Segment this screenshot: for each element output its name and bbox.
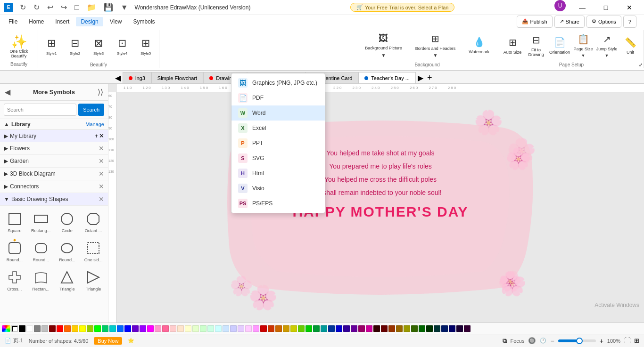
garden-close-btn[interactable]: ✕	[99, 157, 104, 165]
tabs-forward-btn[interactable]: ▶	[416, 72, 425, 83]
shape-one-side[interactable]: One sid...	[82, 238, 105, 264]
menu-symbols[interactable]: Symbols	[129, 17, 160, 26]
color-swatch[interactable]	[396, 325, 403, 332]
color-swatch[interactable]	[419, 325, 425, 332]
flowers-close-btn[interactable]: ✕	[99, 145, 104, 152]
color-swatch[interactable]	[336, 325, 342, 332]
color-swatch[interactable]	[283, 325, 289, 332]
undo-btn[interactable]: ↩	[44, 2, 56, 13]
color-swatch[interactable]	[87, 325, 93, 332]
color-swatch[interactable]	[223, 325, 229, 332]
zoom-in-btn[interactable]: +	[600, 337, 603, 345]
color-swatch[interactable]	[49, 325, 56, 332]
tab-5[interactable]: Teacher's Day ...	[358, 72, 416, 83]
sidebar-group-3d[interactable]: ▶ 3D Block Diagram ✕	[0, 168, 108, 180]
color-swatch[interactable]	[109, 325, 116, 332]
minimize-btn[interactable]: —	[571, 0, 593, 15]
page-size-btn[interactable]: 📋 Page Size ▼	[572, 32, 594, 60]
shape-square[interactable]: Square	[3, 209, 26, 235]
canvas-area[interactable]: 110 120 130 140 150 160 170 180 190 200 …	[108, 84, 644, 323]
color-swatch[interactable]	[245, 325, 252, 332]
color-swatch[interactable]	[366, 325, 372, 332]
page-setup-expand[interactable]: ⤢	[639, 62, 643, 67]
color-swatch[interactable]	[26, 325, 33, 332]
color-swatch[interactable]	[290, 325, 297, 332]
my-library-add-btn[interactable]: +	[94, 132, 98, 139]
layers-btn[interactable]: ⧉	[503, 337, 507, 345]
zoom-slider[interactable]	[558, 339, 596, 342]
color-swatch[interactable]	[321, 325, 327, 332]
color-swatch[interactable]	[381, 325, 388, 332]
fullscreen-btn[interactable]: ⛶	[624, 337, 630, 344]
color-swatch[interactable]	[19, 325, 25, 332]
beautify-tool-1[interactable]: ⊞ Style1	[40, 32, 63, 61]
color-fg[interactable]	[11, 325, 18, 332]
export-html[interactable]: H Html	[231, 166, 325, 181]
manage-link[interactable]: Manage	[85, 121, 104, 127]
color-swatch[interactable]	[404, 325, 410, 332]
user-avatar[interactable]: U	[554, 0, 566, 11]
shape-round-rect-2[interactable]: Round...	[29, 238, 53, 264]
back-btn[interactable]: ↻	[17, 2, 29, 13]
share-btn[interactable]: ↗ Share	[554, 16, 585, 28]
color-swatch[interactable]	[305, 325, 312, 332]
color-swatch[interactable]	[207, 325, 214, 332]
color-swatch[interactable]	[170, 325, 176, 332]
sidebar-group-garden[interactable]: ▶ Garden ✕	[0, 155, 108, 168]
unit-btn[interactable]: 📏 Unit	[619, 32, 642, 60]
new-btn[interactable]: □	[72, 2, 82, 13]
tab-add-btn[interactable]: +	[425, 72, 434, 83]
beautify-tool-3[interactable]: ⊠ Style3	[87, 32, 110, 61]
beautify-tool-4[interactable]: ⊡ Style4	[111, 32, 133, 61]
color-swatch[interactable]	[238, 325, 244, 332]
color-swatch[interactable]	[351, 325, 357, 332]
color-swatch[interactable]	[358, 325, 365, 332]
color-swatch[interactable]	[64, 325, 71, 332]
color-swatch[interactable]	[132, 325, 139, 332]
color-swatch[interactable]	[140, 325, 146, 332]
shape-round-rect-1[interactable]: ◆ Round...	[3, 238, 26, 264]
color-swatch[interactable]	[426, 325, 433, 332]
color-swatch[interactable]	[102, 325, 108, 332]
color-swatch[interactable]	[456, 325, 463, 332]
color-swatch[interactable]	[147, 325, 154, 332]
zoom-out-btn[interactable]: −	[550, 337, 554, 345]
color-swatch[interactable]	[200, 325, 206, 332]
export-word[interactable]: W Word	[231, 105, 325, 121]
beautify-tool-5[interactable]: ⊞ Style5	[134, 32, 157, 61]
shape-rectan[interactable]: Rectan...	[29, 267, 53, 293]
shape-cross[interactable]: Cross...	[3, 267, 26, 293]
close-btn[interactable]: ✕	[619, 0, 640, 15]
color-swatch[interactable]	[72, 325, 78, 332]
open-btn[interactable]: 📁	[84, 2, 99, 13]
color-swatch[interactable]	[373, 325, 380, 332]
sidebar-back-btn[interactable]: ◀	[4, 87, 11, 97]
color-swatch[interactable]	[34, 325, 41, 332]
color-swatch[interactable]	[275, 325, 282, 332]
search-btn[interactable]: Search	[78, 104, 104, 116]
maximize-btn[interactable]: □	[595, 0, 617, 15]
one-click-beautify-btn[interactable]: ✨ One Click Beautify	[4, 32, 34, 61]
trial-badge[interactable]: 🛒 Your Free Trial is over. Select a Plan	[350, 3, 455, 12]
menu-file[interactable]: File	[4, 17, 22, 26]
sidebar-group-flowers[interactable]: ▶ Flowers ✕	[0, 142, 108, 155]
export-eps[interactable]: PS PS/EPS	[231, 196, 325, 211]
export-ppt[interactable]: P PPT	[231, 136, 325, 151]
color-swatch[interactable]	[449, 325, 455, 332]
export-svg[interactable]: S SVG	[231, 151, 325, 166]
tab-0[interactable]: ing3	[123, 72, 151, 83]
my-library-close-btn[interactable]: ✕	[99, 132, 104, 139]
orientation-btn[interactable]: 📄 Orientation	[548, 32, 571, 60]
export-visio[interactable]: V Visio	[231, 181, 325, 196]
borders-headers-btn[interactable]: ⊞ Borders and Headers ▼	[410, 31, 462, 60]
shape-rect[interactable]: Rectang...	[29, 209, 53, 235]
color-swatch[interactable]	[268, 325, 274, 332]
forward-btn[interactable]: ↻	[31, 2, 42, 13]
menu-insert[interactable]: Insert	[50, 17, 74, 26]
basic-shapes-close-btn[interactable]: ✕	[99, 195, 104, 203]
3d-close-btn[interactable]: ✕	[99, 170, 104, 178]
jump-style-btn[interactable]: ↗ Jump Style ▼	[595, 32, 618, 60]
color-swatch[interactable]	[388, 325, 395, 332]
color-swatch[interactable]	[441, 325, 448, 332]
color-swatch[interactable]	[192, 325, 199, 332]
